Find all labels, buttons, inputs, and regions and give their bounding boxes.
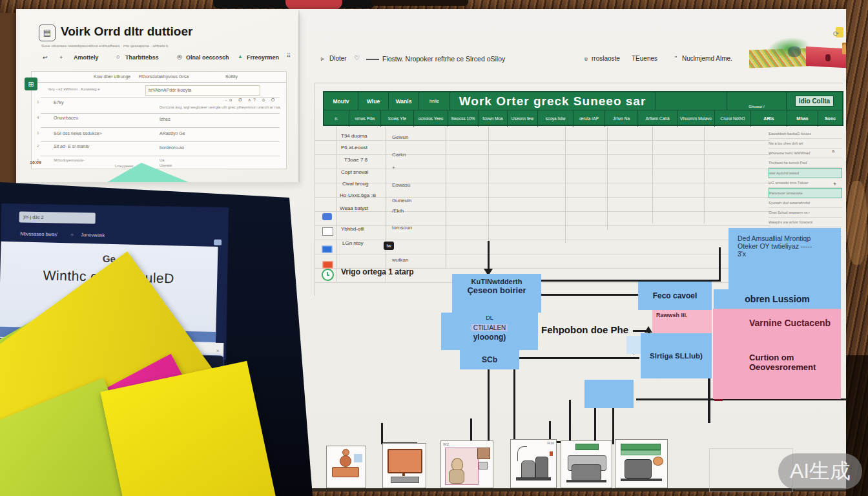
- doc-toolbar-play-icon[interactable]: ▹: [321, 55, 324, 62]
- pencil-illustration: [749, 41, 847, 72]
- form-row-highlight[interactable]: Panvwvwr wrwwvwte: [769, 188, 842, 198]
- desk-bottom-sliver: [294, 491, 847, 496]
- browser-tab[interactable]: )lY-) d3c 2: [19, 211, 96, 223]
- blue-square: [354, 454, 362, 462]
- app-title: Voirk Orrd dltr duttioer: [61, 25, 192, 39]
- desk-item: [479, 462, 488, 470]
- doc-toolbar-item-4[interactable]: TEuenes: [632, 55, 657, 62]
- row-desc: Useww: [160, 163, 172, 167]
- pencil-dark-mark: [788, 46, 801, 57]
- row-name: Copt snoval: [341, 169, 368, 175]
- toolbar-button-4[interactable]: Frreoyrmen: [247, 54, 279, 61]
- grid-handle-icon[interactable]: ⠿: [287, 53, 291, 59]
- row-line: [41, 141, 280, 142]
- blue-badge-icon: [322, 213, 332, 220]
- flow-node-line: Çeseon boirier: [452, 285, 541, 295]
- subheader-cell: Swocss 10%: [448, 110, 479, 127]
- toolbar-button-2[interactable]: Tharbttebss: [125, 54, 159, 61]
- flow-node-line: Oteker OY twtieliyaz -----: [738, 242, 841, 250]
- menu-item-2[interactable]: Jonovwask: [81, 232, 105, 238]
- doc-toolbar-item-5[interactable]: Nuclmjemd Alme.: [682, 55, 732, 62]
- row-name: Onuvrbaceu: [54, 116, 78, 120]
- green-bar: [575, 444, 599, 450]
- flow-node-line: ylooong): [441, 333, 538, 342]
- triangle-icon: ▲: [238, 54, 243, 59]
- row-tool-icons[interactable]: -o ʘ ʌ? ò Ȯ: [225, 98, 277, 102]
- flow-node-rawwsh: Rawwsh III.: [652, 310, 712, 333]
- sheet-footer: Vrigo ortega 1 atarp: [341, 267, 414, 276]
- subheader-cell: Sonc: [818, 110, 842, 127]
- ai-watermark: AI生成: [778, 453, 862, 490]
- heart-icon: ♡: [354, 54, 360, 61]
- form-row: Whwwww Irehc WWWhad': [769, 149, 842, 158]
- desk-red-pen: [285, 0, 342, 10]
- flow-node-obren-lussiom: obren Lussiom: [714, 289, 841, 309]
- grid-vline: [565, 127, 566, 243]
- filter-icon: ʋ: [584, 56, 588, 62]
- left-app-sheet: ▤ Voirk Orrd dltr duttioer Suve uttuowes…: [19, 10, 298, 182]
- envelope-icon: [322, 227, 333, 236]
- grid-vline: [446, 127, 446, 269]
- form-row-highlight[interactable]: wwr Ayduhd wwwd: [769, 168, 842, 178]
- row-name: Ybhbd-otll: [341, 226, 364, 232]
- header-cell: Wanls: [389, 92, 419, 110]
- subheader-cell: tcows Yfe: [381, 110, 414, 127]
- row-value: Guneuin: [392, 198, 411, 203]
- grid-vline: [607, 127, 608, 230]
- doc-toolbar-item-1[interactable]: Dloter: [329, 55, 347, 62]
- doc-toolbar-item-2[interactable]: Fiostw. Nropoker reftrhe ce Slrced oSilo…: [382, 55, 505, 63]
- footer-time: 16:09: [30, 160, 41, 165]
- doc-toolbar-item-3[interactable]: rroslaoste: [592, 55, 620, 62]
- machine-base: [516, 477, 551, 480]
- grid-vline: [488, 127, 489, 243]
- table-header-line: [32, 82, 286, 83]
- app-table: Kow dber uttrunge Rthorsdotakhyvous Grsa…: [31, 71, 287, 169]
- toolbar-button-1[interactable]: Amottely: [74, 54, 99, 61]
- orange-table-icon: [322, 261, 333, 269]
- row-num: 1: [37, 100, 39, 104]
- machine-block-dark: [572, 464, 601, 481]
- toolbar-button-3[interactable]: Olnal oeccosch: [186, 54, 229, 61]
- filter-left-text: Gry --s2 sWhmm . Kousssig e: [48, 87, 100, 91]
- filter-input[interactable]: brVAbnAPddr ikoeyta: [145, 85, 260, 96]
- orange-blob: [653, 457, 663, 466]
- orange-dot: [550, 451, 553, 456]
- row-name: T94 duoma: [341, 133, 367, 139]
- flow-node-notch: [626, 336, 642, 354]
- card-equipment-rack: [615, 439, 668, 488]
- blue-table-icon: [322, 245, 333, 253]
- header-cell: Moutv: [324, 92, 358, 110]
- green-bar: [621, 444, 661, 450]
- app-subtitle: Suve uttuowes rewwdqwoostfout enthudhews…: [41, 44, 168, 48]
- machine-base: [566, 480, 606, 482]
- close-icon[interactable]: ✕: [216, 349, 220, 354]
- margin-a-mark: a.: [832, 149, 836, 153]
- subheader-cell: œruta rAP: [574, 110, 605, 127]
- left-sheet-edge: [298, 10, 300, 182]
- reply-icon[interactable]: ↩: [43, 54, 48, 61]
- row-desc: Izhes: [160, 117, 170, 121]
- menu-item-1[interactable]: Nbvssaseo bwas': [20, 231, 57, 237]
- plus-icon[interactable]: +: [59, 54, 63, 61]
- row-name: P6 at-eoust: [341, 145, 367, 150]
- flow-node-small: [584, 380, 634, 408]
- grid-vline: [336, 127, 336, 282]
- monitor-base: [391, 477, 419, 483]
- flow-node-line: Ded Amsuallial Mrontiqp: [738, 234, 841, 242]
- form-row: Thebwwt ha kemck Pwd': [769, 158, 842, 168]
- subheader-cell: n.: [324, 110, 349, 127]
- table-col-3: Soltity: [225, 74, 238, 79]
- row-desc: Ua: [160, 158, 165, 162]
- flow-node-line: Varnine Cuctacenb: [713, 309, 841, 328]
- connector-line: [488, 369, 490, 444]
- row-desc: ARasttyn Ge: [160, 131, 185, 136]
- subheader-cell: Jrhvn Na: [605, 110, 638, 127]
- subheader-cell: Useonn few: [508, 110, 538, 127]
- form-row: Eawwkbwh bavbaG-ltvutes: [769, 129, 842, 139]
- flow-node-feco-cavoel: Feco cavoel: [638, 282, 712, 310]
- menu-dot-icon: ○: [70, 232, 74, 238]
- flow-node-line: Curtion om: [713, 328, 841, 362]
- flow-node-pink-big: Varnine Cuctacenb Curtion om Oeovesrorem…: [713, 309, 841, 399]
- flow-node-big-blue: Ded Amsuallial Mrontiqp Oteker OY twtiel…: [728, 228, 841, 289]
- wavy-cord: [517, 446, 527, 461]
